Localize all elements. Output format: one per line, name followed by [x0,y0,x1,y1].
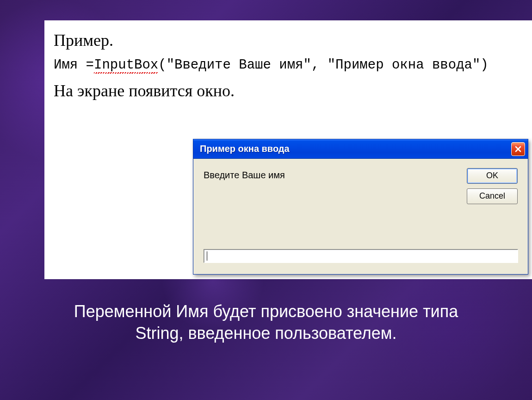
result-description: На экране появится окно. [54,81,532,100]
code-line: Имя =InputBox("Введите Ваше имя", "Приме… [54,57,532,73]
dialog-prompt: Введите Ваше имя [204,170,285,181]
text-caret [207,251,207,261]
example-heading: Пример. [54,31,532,50]
spellcheck-underline [94,72,158,74]
code-function-name: InputBox [94,57,158,73]
code-arguments: ("Введите Ваше имя", "Пример окна ввода"… [158,57,489,73]
close-button[interactable] [511,142,525,156]
input-field-wrap[interactable] [204,249,518,263]
code-prefix: Имя = [54,57,94,73]
dialog-titlebar[interactable]: Пример окна ввода [193,139,528,159]
document-area: Пример. Имя =InputBox("Введите Ваше имя"… [44,20,532,279]
slide-caption: Переменной Имя будет присвоено значение … [0,301,532,344]
dialog-body: Введите Ваше имя OK Cancel [193,159,528,274]
close-icon [514,145,522,153]
ok-button[interactable]: OK [467,168,518,184]
name-input[interactable] [204,250,518,262]
inputbox-dialog: Пример окна ввода Введите Ваше имя OK Ca… [193,139,528,275]
dialog-title: Пример окна ввода [200,144,290,154]
cancel-button[interactable]: Cancel [467,188,518,204]
